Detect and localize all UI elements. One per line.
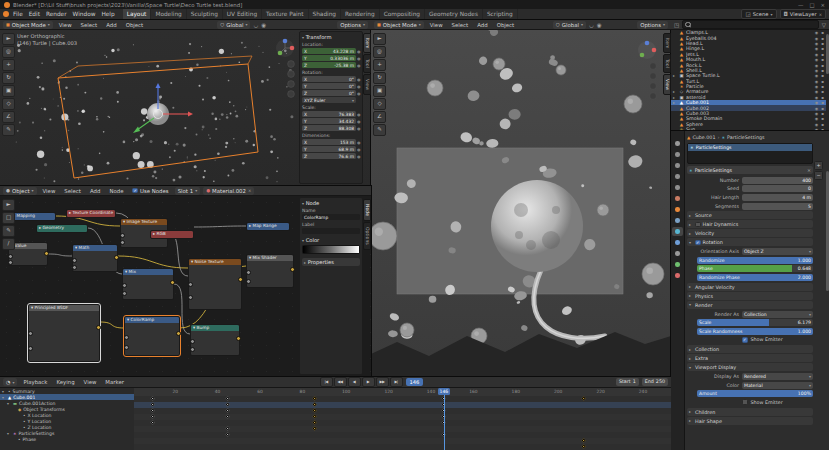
orientation-selector[interactable]: ○Global▾ — [553, 21, 586, 29]
keyframe-diamond[interactable] — [151, 421, 156, 426]
workspace-tab-uv-editing[interactable]: UV Editing — [223, 9, 262, 20]
transform-field-scale-z[interactable]: Z88.308 — [302, 125, 356, 131]
node-menu-node[interactable]: Node — [106, 188, 126, 194]
viewport-menu-view[interactable]: View — [56, 22, 75, 28]
visibility-eye-icon[interactable]: ◉ — [815, 73, 819, 78]
particle-system-item[interactable]: ∗ParticleSettings — [688, 144, 812, 151]
output-socket[interactable] — [238, 277, 243, 282]
visibility-eye-icon[interactable]: ◉ — [815, 84, 819, 89]
node-panel-title[interactable]: ▾ Node — [302, 200, 360, 206]
sidebar-tab-options[interactable]: Options — [363, 222, 371, 250]
jump-start-button[interactable]: |◀ — [320, 377, 333, 387]
keyframe-diamond[interactable] — [581, 445, 586, 450]
editor-type-selector[interactable]: ◔▾ — [3, 378, 17, 386]
proportional-edit-icon[interactable]: ◉ — [261, 22, 266, 28]
properties-tab-physics[interactable] — [672, 238, 683, 247]
output-socket[interactable] — [176, 331, 181, 336]
mode-selector[interactable]: ■Object Mode▾ — [374, 21, 424, 29]
unlink-icon[interactable]: × — [807, 168, 811, 173]
properties-tab-constraints[interactable] — [672, 249, 683, 258]
render-visibility-icon[interactable]: ▪ — [821, 52, 824, 57]
section-render[interactable]: ▾Render — [687, 301, 813, 309]
visibility-eye-icon[interactable]: ◉ — [815, 89, 819, 94]
output-socket[interactable] — [96, 325, 101, 330]
keyframe-diamond[interactable] — [225, 409, 230, 414]
transform-field-location-y[interactable]: Y0.33036 m — [302, 55, 356, 61]
properties-tab-modifiers[interactable] — [672, 216, 683, 225]
tool-move-icon[interactable]: + — [2, 59, 15, 71]
color-ramp-gradient[interactable] — [302, 245, 360, 254]
rotation-mode-dropdown[interactable]: XYZ Euler▾ — [302, 97, 356, 103]
viewport-menu-select[interactable]: Select — [449, 22, 472, 28]
outliner-item-cube-001[interactable]: ▸▲Cube.001◉▪ — [671, 100, 826, 105]
field-value[interactable]: 4 m — [742, 194, 813, 201]
jump-end-button[interactable]: ▶| — [390, 377, 403, 387]
render-visibility-icon[interactable]: ▪ — [821, 111, 824, 116]
render-visibility-icon[interactable]: ▪ — [821, 95, 824, 100]
outliner-item-cube-003[interactable]: ▲Cube.003◉▪ — [671, 111, 826, 116]
decorator-icon[interactable]: ● — [357, 147, 360, 152]
section-physics[interactable]: ▸Physics — [687, 292, 813, 300]
minimize-button[interactable]: — — [798, 2, 803, 8]
decorator-icon[interactable]: ● — [357, 63, 360, 68]
decorator-icon[interactable]: ● — [357, 77, 360, 82]
outliner-scrollbar[interactable] — [826, 34, 829, 74]
workspace-tab-modeling[interactable]: Modeling — [151, 9, 186, 20]
render-visibility-icon[interactable]: ▪ — [821, 30, 824, 35]
menu-file[interactable]: File — [10, 11, 26, 17]
tool-links-icon[interactable]: ∕ — [2, 238, 15, 250]
section-hair-dynamics[interactable]: ▸Hair Dynamics — [687, 220, 813, 228]
transform-field-dimensions-z[interactable]: Z76.6 m — [302, 153, 356, 159]
keyframe-diamond[interactable] — [225, 415, 230, 420]
node-rgb[interactable]: ▸ RGB — [150, 230, 194, 239]
outliner-item-space-turtle-l[interactable]: ▸▣Space Turtle.L◉▪ — [671, 73, 826, 78]
menu-edit[interactable]: Edit — [26, 11, 43, 17]
outliner-item-rock-l[interactable]: ▲Rock.L◉▪ — [671, 62, 826, 67]
render-visibility-icon[interactable]: ▪ — [821, 63, 824, 68]
render-visibility-icon[interactable]: ▪ — [821, 73, 824, 78]
tool-box-icon[interactable]: □ — [2, 212, 15, 224]
viewport-right-body[interactable] — [371, 30, 671, 377]
output-socket[interactable] — [236, 336, 241, 341]
input-socket[interactable] — [120, 240, 125, 245]
expand-arrow-icon[interactable]: ▸ — [673, 73, 677, 78]
shading-type-selector[interactable]: ●Object▾ — [3, 187, 37, 195]
menu-render[interactable]: Render — [43, 11, 70, 17]
properties-tab-view-layer[interactable] — [672, 172, 683, 181]
expand-arrow-icon[interactable]: ▸ — [673, 100, 677, 105]
outliner-item-head-l[interactable]: ▲Head.L◉▪ — [671, 41, 826, 46]
render-visibility-icon[interactable]: ▪ — [821, 100, 824, 105]
visibility-eye-icon[interactable]: ◉ — [815, 63, 819, 68]
outliner-item-mouth-l[interactable]: ▲Mouth.L◉▪ — [671, 57, 826, 62]
particle-settings-datablock[interactable]: ∗ParticleSettings× — [687, 166, 813, 174]
field-value[interactable]: 400 — [742, 177, 813, 184]
menu-help[interactable]: Help — [98, 11, 117, 17]
visibility-eye-icon[interactable]: ◉ — [815, 100, 819, 105]
proportional-edit-icon[interactable]: ◉ — [597, 22, 602, 28]
color-section-header[interactable]: ▾ Color — [302, 237, 360, 243]
properties-tab-world[interactable] — [672, 194, 683, 203]
expand-arrow-icon[interactable]: ▾ — [2, 389, 6, 394]
checkbox-box[interactable] — [742, 399, 748, 405]
output-socket[interactable] — [170, 280, 175, 285]
decorator-icon[interactable]: ● — [357, 140, 360, 145]
keyframe-diamond[interactable] — [312, 403, 317, 408]
keyframe-diamond[interactable] — [312, 421, 317, 426]
transform-field-location-z[interactable]: Z-25.38 m — [302, 62, 356, 68]
properties-tab-particles[interactable] — [672, 227, 683, 236]
render-visibility-icon[interactable]: ▪ — [821, 122, 824, 127]
node-mix-shader[interactable]: ▾ Mix Shader — [246, 254, 294, 288]
output-socket[interactable] — [114, 255, 119, 260]
sidebar-tab-view[interactable]: View — [363, 74, 371, 95]
visibility-eye-icon[interactable]: ◉ — [815, 106, 819, 111]
node-mapping[interactable]: ▸ Mapping — [10, 212, 56, 221]
timeline-menu-keying[interactable]: Keying — [53, 379, 77, 385]
visibility-eye-icon[interactable]: ◉ — [815, 116, 819, 121]
input-socket[interactable] — [8, 254, 13, 259]
sidebar-tab-item[interactable]: Item — [363, 33, 371, 53]
node-menu-view[interactable]: View — [40, 188, 59, 194]
visibility-eye-icon[interactable]: ◉ — [815, 46, 819, 51]
use-nodes-checkbox[interactable]: ✓ — [132, 188, 138, 194]
decorator-icon[interactable]: ● — [357, 112, 360, 117]
tool-scale-icon[interactable]: ▣ — [2, 85, 15, 97]
